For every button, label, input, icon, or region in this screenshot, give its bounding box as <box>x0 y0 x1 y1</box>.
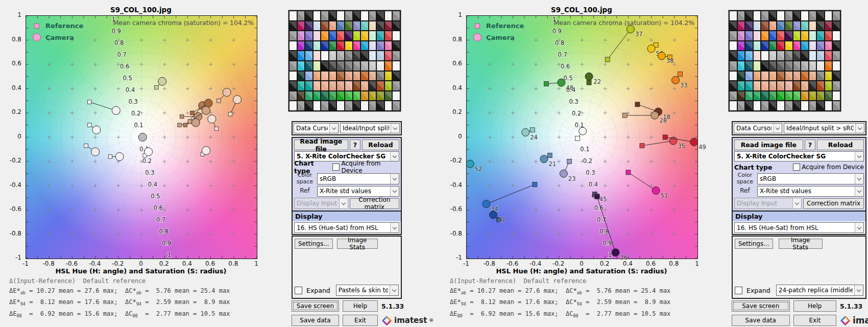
ref-marker[interactable] <box>228 112 232 116</box>
help-question-button[interactable]: ? <box>350 139 360 150</box>
chevron-down-icon[interactable] <box>855 223 863 232</box>
camera-marker[interactable] <box>115 153 124 161</box>
chevron-down-icon[interactable] <box>390 285 398 295</box>
chevron-down-icon[interactable] <box>390 186 399 196</box>
settings-button[interactable]: Settings... <box>295 239 333 249</box>
ref-marker[interactable] <box>190 111 195 115</box>
help-question-button[interactable]: ? <box>805 139 815 150</box>
ref-marker[interactable] <box>567 159 572 164</box>
ref-marker[interactable] <box>626 170 631 175</box>
exit-button[interactable]: Exit <box>343 315 378 326</box>
ref-marker[interactable] <box>188 120 192 124</box>
camera-marker[interactable] <box>223 88 231 97</box>
ref-marker[interactable] <box>530 128 535 132</box>
ref-marker[interactable] <box>622 113 627 118</box>
mode-dropdown[interactable]: Data Cursor <box>294 123 339 133</box>
chevron-down-icon[interactable] <box>773 124 782 133</box>
camera-marker[interactable] <box>158 77 166 85</box>
save-data-button[interactable]: Save data <box>292 315 339 326</box>
save-data-button[interactable]: Save data <box>732 315 790 326</box>
mode-dropdown[interactable]: Data Cursor <box>734 123 782 133</box>
camera-marker[interactable] <box>672 76 680 84</box>
camera-marker[interactable] <box>522 129 529 136</box>
ref-marker[interactable] <box>678 72 683 77</box>
expand-checkbox[interactable] <box>295 287 302 294</box>
ref-marker[interactable] <box>217 99 221 103</box>
correction-matrix-button[interactable]: Correction matrix <box>350 198 399 209</box>
camera-marker[interactable] <box>144 148 153 156</box>
image-stats-button[interactable]: Image Stats <box>337 239 378 249</box>
camera-marker[interactable] <box>138 133 147 142</box>
camera-marker[interactable] <box>651 111 659 119</box>
camera-marker[interactable] <box>560 170 567 177</box>
ref-marker[interactable] <box>635 102 640 107</box>
ref-marker[interactable] <box>605 57 610 62</box>
help-button[interactable]: Help <box>793 300 836 312</box>
chevron-down-icon[interactable] <box>855 152 863 161</box>
camera-marker[interactable] <box>466 160 474 168</box>
acquire-from-device-checkbox[interactable] <box>793 164 800 171</box>
camera-marker[interactable] <box>91 148 100 156</box>
reload-button[interactable]: Reload <box>817 139 864 150</box>
chart-select-dropdown[interactable]: 5. X-Rite ColorChecker SG <box>734 151 864 161</box>
camera-marker[interactable] <box>658 52 665 60</box>
camera-marker[interactable] <box>204 99 212 107</box>
color-space-dropdown[interactable]: sRGB <box>317 173 399 184</box>
patch-subset-dropdown[interactable]: Pastels & skin tones <box>336 285 399 296</box>
save-screen-button[interactable]: Save screen <box>292 300 339 312</box>
camera-marker[interactable] <box>233 96 242 104</box>
ref-marker[interactable] <box>544 82 548 86</box>
camera-marker[interactable] <box>540 155 548 163</box>
read-image-file-button[interactable]: Read image file <box>294 139 348 150</box>
patch-subset-dropdown[interactable]: 24-patch replica (middle) <box>776 285 863 296</box>
camera-marker[interactable] <box>652 187 660 195</box>
display-mode-dropdown[interactable]: 16. HS (Hue-Sat) from HSL <box>734 222 864 233</box>
ref-marker[interactable] <box>108 155 112 159</box>
ref-marker[interactable] <box>180 114 184 119</box>
chevron-down-icon[interactable] <box>855 124 864 133</box>
view-dropdown[interactable]: Ideal/Input split > sRGB <box>784 123 864 133</box>
ref-marker[interactable] <box>575 136 580 141</box>
image-stats-button[interactable]: Image Stats <box>779 239 823 249</box>
camera-marker[interactable] <box>612 249 619 256</box>
camera-marker[interactable] <box>483 200 490 208</box>
ref-dropdown[interactable]: X-Rite std values <box>757 186 864 197</box>
ref-marker[interactable] <box>547 153 552 158</box>
chevron-down-icon[interactable] <box>390 223 399 232</box>
camera-marker[interactable] <box>202 147 210 155</box>
ref-marker[interactable] <box>88 123 92 127</box>
ref-marker[interactable] <box>88 100 92 104</box>
camera-marker[interactable] <box>112 106 120 114</box>
camera-marker[interactable] <box>690 138 698 146</box>
ref-marker[interactable] <box>183 123 187 127</box>
chevron-down-icon[interactable] <box>854 285 863 295</box>
ref-marker[interactable] <box>178 123 182 127</box>
help-button[interactable]: Help <box>343 300 378 312</box>
display-mode-dropdown[interactable]: 16. HS (Hue-Sat) from HSL <box>294 222 399 233</box>
correction-matrix-button[interactable]: Correction matrix <box>803 198 864 209</box>
camera-marker[interactable] <box>585 73 593 80</box>
ref-marker[interactable] <box>640 144 644 148</box>
read-image-file-button[interactable]: Read image file <box>734 139 803 150</box>
camera-marker[interactable] <box>191 119 200 127</box>
ref-dropdown[interactable]: X-Rite std values <box>317 186 399 197</box>
save-screen-button[interactable]: Save screen <box>732 300 790 312</box>
ref-marker[interactable] <box>155 85 159 89</box>
view-dropdown[interactable]: Ideal/Input split > sRGB <box>340 123 400 133</box>
camera-marker[interactable] <box>208 115 216 123</box>
camera-marker[interactable] <box>579 127 587 135</box>
ref-marker[interactable] <box>663 135 667 139</box>
camera-marker[interactable] <box>202 106 210 114</box>
exit-button[interactable]: Exit <box>793 315 836 326</box>
chevron-down-icon[interactable] <box>855 186 863 196</box>
ref-marker[interactable] <box>587 80 591 85</box>
color-space-dropdown[interactable]: sRGB <box>757 173 864 184</box>
camera-marker[interactable] <box>647 45 655 53</box>
camera-marker[interactable] <box>489 211 497 219</box>
ref-marker[interactable] <box>533 182 537 187</box>
settings-button[interactable]: Settings... <box>735 239 773 249</box>
ref-marker[interactable] <box>595 194 599 199</box>
chevron-down-icon[interactable] <box>390 174 399 184</box>
chevron-down-icon[interactable] <box>391 124 399 133</box>
reload-button[interactable]: Reload <box>362 139 399 150</box>
